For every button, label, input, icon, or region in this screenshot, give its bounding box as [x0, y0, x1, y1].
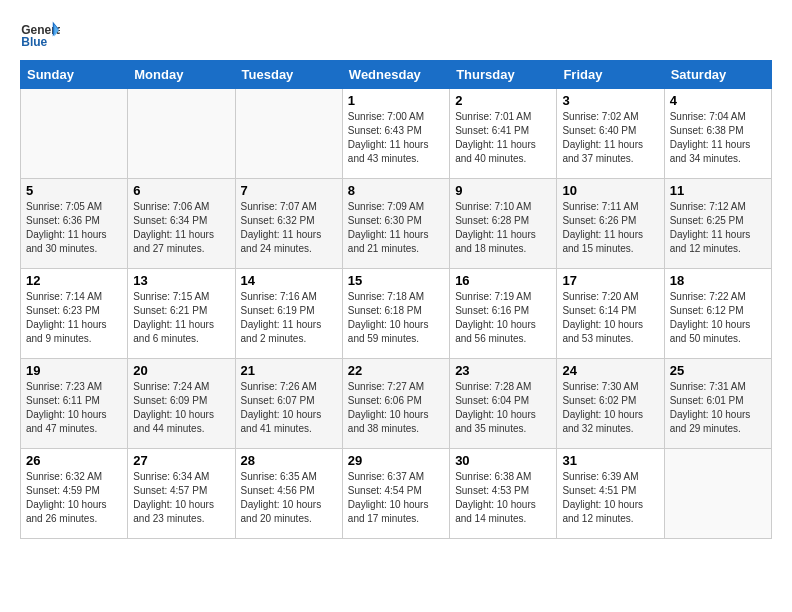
day-number: 22: [348, 363, 444, 378]
calendar-table: SundayMondayTuesdayWednesdayThursdayFrid…: [20, 60, 772, 539]
weekday-header-thursday: Thursday: [450, 61, 557, 89]
calendar-cell: 5Sunrise: 7:05 AM Sunset: 6:36 PM Daylig…: [21, 179, 128, 269]
day-number: 9: [455, 183, 551, 198]
calendar-cell: 8Sunrise: 7:09 AM Sunset: 6:30 PM Daylig…: [342, 179, 449, 269]
week-row-2: 5Sunrise: 7:05 AM Sunset: 6:36 PM Daylig…: [21, 179, 772, 269]
day-info: Sunrise: 7:05 AM Sunset: 6:36 PM Dayligh…: [26, 200, 122, 256]
day-number: 6: [133, 183, 229, 198]
calendar-cell: 10Sunrise: 7:11 AM Sunset: 6:26 PM Dayli…: [557, 179, 664, 269]
day-info: Sunrise: 7:00 AM Sunset: 6:43 PM Dayligh…: [348, 110, 444, 166]
calendar-cell: 23Sunrise: 7:28 AM Sunset: 6:04 PM Dayli…: [450, 359, 557, 449]
day-info: Sunrise: 7:14 AM Sunset: 6:23 PM Dayligh…: [26, 290, 122, 346]
calendar-cell: 1Sunrise: 7:00 AM Sunset: 6:43 PM Daylig…: [342, 89, 449, 179]
day-number: 29: [348, 453, 444, 468]
calendar-cell: 28Sunrise: 6:35 AM Sunset: 4:56 PM Dayli…: [235, 449, 342, 539]
calendar-cell: 16Sunrise: 7:19 AM Sunset: 6:16 PM Dayli…: [450, 269, 557, 359]
weekday-header-row: SundayMondayTuesdayWednesdayThursdayFrid…: [21, 61, 772, 89]
weekday-header-wednesday: Wednesday: [342, 61, 449, 89]
day-number: 7: [241, 183, 337, 198]
day-info: Sunrise: 7:26 AM Sunset: 6:07 PM Dayligh…: [241, 380, 337, 436]
day-number: 31: [562, 453, 658, 468]
calendar-cell: 3Sunrise: 7:02 AM Sunset: 6:40 PM Daylig…: [557, 89, 664, 179]
day-info: Sunrise: 7:12 AM Sunset: 6:25 PM Dayligh…: [670, 200, 766, 256]
calendar-cell: [128, 89, 235, 179]
day-number: 5: [26, 183, 122, 198]
day-number: 23: [455, 363, 551, 378]
day-number: 12: [26, 273, 122, 288]
weekday-header-sunday: Sunday: [21, 61, 128, 89]
day-number: 16: [455, 273, 551, 288]
calendar-cell: 30Sunrise: 6:38 AM Sunset: 4:53 PM Dayli…: [450, 449, 557, 539]
day-number: 21: [241, 363, 337, 378]
day-number: 18: [670, 273, 766, 288]
calendar-cell: 22Sunrise: 7:27 AM Sunset: 6:06 PM Dayli…: [342, 359, 449, 449]
day-info: Sunrise: 6:39 AM Sunset: 4:51 PM Dayligh…: [562, 470, 658, 526]
day-info: Sunrise: 7:24 AM Sunset: 6:09 PM Dayligh…: [133, 380, 229, 436]
calendar-cell: 15Sunrise: 7:18 AM Sunset: 6:18 PM Dayli…: [342, 269, 449, 359]
calendar-cell: 2Sunrise: 7:01 AM Sunset: 6:41 PM Daylig…: [450, 89, 557, 179]
day-info: Sunrise: 6:34 AM Sunset: 4:57 PM Dayligh…: [133, 470, 229, 526]
day-info: Sunrise: 7:15 AM Sunset: 6:21 PM Dayligh…: [133, 290, 229, 346]
day-info: Sunrise: 7:02 AM Sunset: 6:40 PM Dayligh…: [562, 110, 658, 166]
week-row-3: 12Sunrise: 7:14 AM Sunset: 6:23 PM Dayli…: [21, 269, 772, 359]
day-number: 8: [348, 183, 444, 198]
weekday-header-saturday: Saturday: [664, 61, 771, 89]
day-number: 19: [26, 363, 122, 378]
day-info: Sunrise: 7:09 AM Sunset: 6:30 PM Dayligh…: [348, 200, 444, 256]
day-number: 28: [241, 453, 337, 468]
logo-icon: General Blue: [20, 20, 60, 50]
day-info: Sunrise: 7:06 AM Sunset: 6:34 PM Dayligh…: [133, 200, 229, 256]
calendar-cell: 25Sunrise: 7:31 AM Sunset: 6:01 PM Dayli…: [664, 359, 771, 449]
page-container: General Blue SundayMondayTuesdayWednesda…: [0, 0, 792, 549]
logo: General Blue: [20, 20, 60, 50]
day-info: Sunrise: 6:35 AM Sunset: 4:56 PM Dayligh…: [241, 470, 337, 526]
weekday-header-tuesday: Tuesday: [235, 61, 342, 89]
weekday-header-friday: Friday: [557, 61, 664, 89]
day-number: 10: [562, 183, 658, 198]
calendar-cell: 12Sunrise: 7:14 AM Sunset: 6:23 PM Dayli…: [21, 269, 128, 359]
week-row-4: 19Sunrise: 7:23 AM Sunset: 6:11 PM Dayli…: [21, 359, 772, 449]
calendar-cell: 19Sunrise: 7:23 AM Sunset: 6:11 PM Dayli…: [21, 359, 128, 449]
svg-text:Blue: Blue: [21, 35, 47, 49]
day-info: Sunrise: 7:11 AM Sunset: 6:26 PM Dayligh…: [562, 200, 658, 256]
day-number: 17: [562, 273, 658, 288]
calendar-cell: [664, 449, 771, 539]
calendar-cell: [21, 89, 128, 179]
calendar-cell: 11Sunrise: 7:12 AM Sunset: 6:25 PM Dayli…: [664, 179, 771, 269]
day-info: Sunrise: 7:23 AM Sunset: 6:11 PM Dayligh…: [26, 380, 122, 436]
day-info: Sunrise: 7:18 AM Sunset: 6:18 PM Dayligh…: [348, 290, 444, 346]
day-info: Sunrise: 7:31 AM Sunset: 6:01 PM Dayligh…: [670, 380, 766, 436]
calendar-cell: 9Sunrise: 7:10 AM Sunset: 6:28 PM Daylig…: [450, 179, 557, 269]
day-info: Sunrise: 7:01 AM Sunset: 6:41 PM Dayligh…: [455, 110, 551, 166]
day-number: 24: [562, 363, 658, 378]
day-number: 3: [562, 93, 658, 108]
header: General Blue: [20, 20, 772, 50]
day-info: Sunrise: 7:30 AM Sunset: 6:02 PM Dayligh…: [562, 380, 658, 436]
calendar-cell: 21Sunrise: 7:26 AM Sunset: 6:07 PM Dayli…: [235, 359, 342, 449]
day-number: 26: [26, 453, 122, 468]
calendar-cell: 18Sunrise: 7:22 AM Sunset: 6:12 PM Dayli…: [664, 269, 771, 359]
day-number: 1: [348, 93, 444, 108]
calendar-cell: 20Sunrise: 7:24 AM Sunset: 6:09 PM Dayli…: [128, 359, 235, 449]
calendar-cell: 14Sunrise: 7:16 AM Sunset: 6:19 PM Dayli…: [235, 269, 342, 359]
day-number: 27: [133, 453, 229, 468]
calendar-cell: 17Sunrise: 7:20 AM Sunset: 6:14 PM Dayli…: [557, 269, 664, 359]
day-number: 11: [670, 183, 766, 198]
day-number: 4: [670, 93, 766, 108]
day-info: Sunrise: 7:20 AM Sunset: 6:14 PM Dayligh…: [562, 290, 658, 346]
calendar-cell: 4Sunrise: 7:04 AM Sunset: 6:38 PM Daylig…: [664, 89, 771, 179]
day-number: 14: [241, 273, 337, 288]
calendar-cell: 7Sunrise: 7:07 AM Sunset: 6:32 PM Daylig…: [235, 179, 342, 269]
week-row-1: 1Sunrise: 7:00 AM Sunset: 6:43 PM Daylig…: [21, 89, 772, 179]
day-number: 20: [133, 363, 229, 378]
calendar-cell: 27Sunrise: 6:34 AM Sunset: 4:57 PM Dayli…: [128, 449, 235, 539]
calendar-cell: 6Sunrise: 7:06 AM Sunset: 6:34 PM Daylig…: [128, 179, 235, 269]
day-info: Sunrise: 7:28 AM Sunset: 6:04 PM Dayligh…: [455, 380, 551, 436]
day-number: 30: [455, 453, 551, 468]
day-info: Sunrise: 6:37 AM Sunset: 4:54 PM Dayligh…: [348, 470, 444, 526]
day-number: 25: [670, 363, 766, 378]
week-row-5: 26Sunrise: 6:32 AM Sunset: 4:59 PM Dayli…: [21, 449, 772, 539]
calendar-cell: 13Sunrise: 7:15 AM Sunset: 6:21 PM Dayli…: [128, 269, 235, 359]
day-info: Sunrise: 7:04 AM Sunset: 6:38 PM Dayligh…: [670, 110, 766, 166]
day-info: Sunrise: 6:32 AM Sunset: 4:59 PM Dayligh…: [26, 470, 122, 526]
